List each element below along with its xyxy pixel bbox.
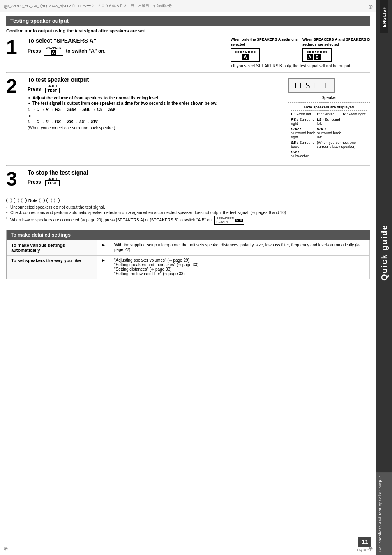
biwire-badge: SPEAKERSBI-WIRE A B xyxy=(214,216,244,225)
detailed-header: To make detailed settings xyxy=(7,230,370,240)
row2-item-4: "Setting the lowpass filter" (➾ page 33) xyxy=(114,272,365,276)
col-ab-header: When SPEAKERS A and SPEAKERS B settings … xyxy=(302,37,370,47)
step-3-title: To stop the test signal xyxy=(28,169,370,176)
speakers-table-title: How speakers are displayed xyxy=(291,105,367,111)
page-container: ⊕ ⊕ ⊕ ⊕ SA_AR700_EG_GV_ (RQT8743_B)ver.3… xyxy=(0,0,392,555)
step-1-press: Press SPEAKERS A to switch "A" on. xyxy=(28,46,226,56)
speaker-SW: SW : Subwoofer xyxy=(291,150,316,158)
row2-item-1: "Adjusting speaker volumes" (➾ page 29) xyxy=(114,258,365,263)
col-speakers-a: When only the SPEAKERS A setting is sele… xyxy=(231,37,298,62)
speaker-C: C : Center xyxy=(317,112,341,116)
corner-mark-bl: ⊕ xyxy=(3,545,8,552)
step-2-press-text: Press xyxy=(28,86,41,92)
signal-note: (When you connect one surround back spea… xyxy=(28,126,284,130)
speaker-SB: SB : Surround back xyxy=(291,140,316,149)
detailed-row2-left: To set speakers the way you like xyxy=(7,256,97,279)
speakers-ab-badges: A B xyxy=(307,54,328,60)
confirm-text: Confirm audio output using the test sign… xyxy=(6,28,370,33)
speakers-label-ab: SPEAKERS xyxy=(307,51,328,54)
step-1-number: 1 xyxy=(6,37,23,57)
step-3-test-button: -AUTO TEST xyxy=(45,177,60,186)
corner-mark-tr: ⊕ xyxy=(368,3,373,10)
step-3-auto-label: -AUTO xyxy=(48,177,57,180)
speaker-L: L : Front left xyxy=(291,112,316,116)
signal-path-1: L → C → R → RS → SBR → SBL → LS → SW xyxy=(28,107,284,112)
quick-guide-label: Quick guide xyxy=(380,33,389,472)
step-2-right: TEST L Speaker How speakers are displaye… xyxy=(288,76,370,161)
main-content: Testing speaker output Confirm audio out… xyxy=(0,12,376,286)
step-3-press-text: Press xyxy=(28,179,41,185)
speakers-label-a: SPEAKERS xyxy=(235,51,256,54)
step-2-title: To test speaker output xyxy=(28,76,284,83)
step-2-press: Press -AUTO TEST xyxy=(28,85,284,93)
bullet-1: Adjust the volume of front speakers to t… xyxy=(28,96,284,100)
page-code: RQT8743 xyxy=(357,548,371,552)
step-2-row: 2 To test speaker output Press -AUTO TES… xyxy=(6,76,370,161)
note-divider xyxy=(6,193,370,193)
step-1-columns: When only the SPEAKERS A setting is sele… xyxy=(231,37,370,62)
step-3-test-label: TEST xyxy=(45,180,60,186)
step-1-press-suffix: to switch "A" on. xyxy=(66,48,106,54)
step-2-number: 2 xyxy=(6,76,23,96)
note-circle-1 xyxy=(6,198,12,203)
detailed-row1-right: With the supplied setup microphone, the … xyxy=(110,240,369,256)
test-display: TEST L xyxy=(288,78,335,93)
section-header: Testing speaker output xyxy=(6,16,370,26)
right-sidebar: ENGLISH Quick guide Set speakers and tes… xyxy=(376,0,392,555)
page-number: 11 xyxy=(358,537,371,547)
step-2-layout: To test speaker output Press -AUTO TEST … xyxy=(28,76,370,161)
badge-b: B xyxy=(314,54,321,60)
speakers-display-table: How speakers are displayed L : Front lef… xyxy=(288,102,370,161)
detailed-section: To make detailed settings To make variou… xyxy=(6,230,370,279)
speakers-a-badge: A xyxy=(242,54,249,60)
step-1-press-text: Press xyxy=(28,48,41,54)
button-top-label: SPEAKERS xyxy=(46,46,62,50)
detailed-row-1: To make various settings automatically ►… xyxy=(7,240,370,256)
detailed-row2-arrow: ► xyxy=(97,256,110,279)
speaker-LS: LS : Surround left xyxy=(317,117,341,126)
note-items: Unconnected speakers do not output the t… xyxy=(6,205,370,225)
col-a-header: When only the SPEAKERS A setting is sele… xyxy=(231,37,298,47)
step-3-row: 3 To stop the test signal Press -AUTO TE… xyxy=(6,169,370,189)
speaker-SBL: SBL : Surround back left xyxy=(317,127,341,139)
step-1-right-panel: When only the SPEAKERS A setting is sele… xyxy=(231,37,370,68)
speakers-box-a: SPEAKERS A xyxy=(231,48,260,62)
note-label: Note xyxy=(28,198,37,203)
row2-item-2: "Setting speakers and their sizes" (➾ pa… xyxy=(114,263,365,267)
step-1-if-text: • If you select SPEAKERS B only, the tes… xyxy=(231,64,370,68)
step-divider-2 xyxy=(6,165,370,166)
note-item-1: Unconnected speakers do not output the t… xyxy=(6,205,370,210)
corner-mark-tl: ⊕ xyxy=(3,3,8,10)
speakers-box-ab: SPEAKERS A B xyxy=(302,48,332,62)
note-item-3: When bi-wire speakers are connected (➾ p… xyxy=(6,216,370,225)
note-item-2: Check connections and perform automatic … xyxy=(6,210,370,215)
step-3-number: 3 xyxy=(6,169,23,189)
step-1-row: 1 To select "SPEAKERS A" Press SPEAKERS … xyxy=(6,37,370,68)
top-bar: SA_AR700_EG_GV_ (RQT8743_B)ver.3.fm 11 ペ… xyxy=(0,0,392,12)
step-1-title: To select "SPEAKERS A" xyxy=(28,37,226,44)
speaker-R: R : Front right xyxy=(343,112,367,116)
row2-item-3: "Setting distances" (➾ page 33) xyxy=(114,267,365,272)
note-section: Note Unconnected speakers do not output … xyxy=(6,198,370,225)
note-header: Note xyxy=(6,198,370,203)
note-circle-4 xyxy=(39,198,45,203)
note-circle-3 xyxy=(21,198,27,203)
detailed-row1-left: To make various settings automatically xyxy=(7,240,97,256)
note-circle-5 xyxy=(46,198,52,203)
step-divider-1 xyxy=(6,72,370,73)
signal-path-2: L → C → R → RS → SB → LS → SW xyxy=(28,120,284,124)
button-a-label: A xyxy=(51,50,56,55)
english-label: ENGLISH xyxy=(380,0,388,33)
detailed-table: To make various settings automatically ►… xyxy=(7,240,370,279)
set-speakers-label: Set speakers and test speaker output xyxy=(376,472,392,555)
auto-label: -AUTO xyxy=(48,85,57,88)
note-circle-2 xyxy=(14,198,19,203)
bullet-2: The test signal is output from one speak… xyxy=(28,101,284,106)
test-display-label: Speaker xyxy=(288,95,370,100)
test-button-wrapper: -AUTO TEST xyxy=(45,85,60,93)
badge-a: A xyxy=(307,54,313,60)
note-circle-6 xyxy=(54,198,60,203)
speakers-a-button: SPEAKERS A xyxy=(44,46,64,56)
speaker-RS: RS : Surround right xyxy=(291,117,316,126)
test-button-label: TEST xyxy=(45,88,60,93)
